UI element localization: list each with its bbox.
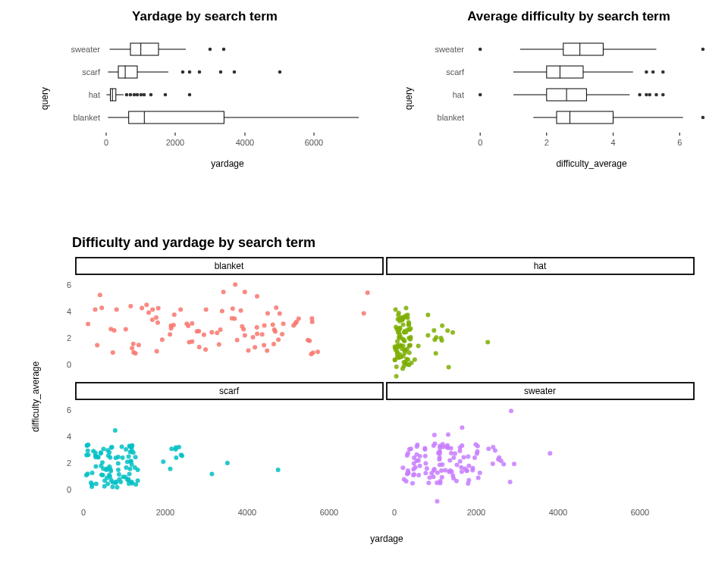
svg-point-239 [425,313,430,318]
svg-point-304 [116,468,121,472]
svg-point-61 [661,70,665,74]
svg-point-478 [412,455,416,460]
svg-point-450 [508,480,513,484]
svg-rect-9 [130,43,158,55]
svg-point-461 [402,477,406,481]
svg-point-317 [94,482,99,487]
svg-text:4000: 4000 [549,508,567,517]
svg-point-414 [478,471,482,475]
svg-point-429 [460,470,464,474]
svg-point-186 [217,342,221,346]
figure-grid: Yardage by search term query sweater sca… [0,0,728,582]
svg-point-171 [195,329,199,333]
svg-point-141 [171,323,176,327]
svg-point-347 [105,475,109,480]
svg-point-138 [241,327,246,331]
svg-point-21 [219,70,223,74]
svg-text:4000: 4000 [236,138,254,147]
svg-point-345 [86,471,90,476]
svg-point-250 [402,360,406,365]
svg-point-335 [121,455,125,460]
svg-point-125 [280,332,284,336]
svg-point-489 [428,475,432,480]
svg-point-29 [129,93,133,97]
svg-point-269 [445,328,450,333]
svg-point-152 [190,321,194,326]
svg-point-385 [174,446,178,450]
svg-point-22 [233,70,237,74]
svg-point-457 [475,449,480,454]
svg-point-121 [221,289,226,294]
svg-point-145 [95,343,99,348]
facet-label-sweater: sweater [524,386,556,396]
svg-text:2000: 2000 [467,508,485,517]
svg-point-181 [160,337,165,342]
svg-point-105 [98,293,102,297]
svg-point-391 [466,455,470,459]
svg-point-373 [130,481,134,486]
svg-point-173 [128,304,133,308]
boxplot-yardage-ylabel: query [39,87,50,110]
svg-point-387 [225,461,230,465]
svg-point-276 [406,315,410,320]
svg-point-274 [407,343,412,348]
svg-point-142 [309,316,314,321]
scatter-yticks: 0 2 4 6 0 2 4 6 [67,280,71,494]
svg-point-315 [99,451,103,455]
svg-point-273 [409,335,413,340]
svg-point-358 [84,452,89,457]
svg-point-401 [412,472,416,477]
svg-point-98 [136,343,141,347]
svg-point-35 [164,93,168,97]
scatter-xlabel: yardage [370,534,403,544]
svg-point-473 [433,441,438,446]
svg-point-172 [108,327,113,331]
svg-point-296 [127,455,131,459]
svg-point-188 [233,282,237,286]
svg-point-163 [260,332,265,336]
svg-point-284 [485,340,490,344]
ytick2-sweater: sweater [435,45,464,54]
svg-point-30 [133,93,136,97]
svg-point-439 [458,449,463,453]
svg-point-248 [416,343,421,348]
svg-rect-50 [563,43,604,55]
svg-point-183 [230,316,234,321]
svg-text:4: 4 [610,138,615,147]
svg-point-357 [136,468,140,472]
svg-point-228 [401,323,406,327]
box2-scarf [513,66,665,78]
svg-point-229 [394,308,398,312]
svg-point-178 [276,337,281,342]
svg-point-380 [90,471,95,475]
svg-point-189 [394,365,399,369]
svg-point-263 [406,363,411,368]
svg-point-282 [432,337,437,342]
svg-point-69 [648,93,651,97]
svg-point-454 [458,459,463,464]
boxplot-difficulty-xlabel: difficulty_average [556,158,626,169]
svg-point-170 [130,346,134,351]
svg-point-339 [102,446,106,451]
svg-point-484 [423,471,428,475]
svg-point-283 [403,348,408,352]
svg-point-389 [209,471,214,476]
svg-point-424 [411,467,416,471]
svg-point-494 [406,471,410,475]
svg-point-356 [121,474,125,479]
svg-point-133 [124,327,128,332]
svg-point-115 [265,349,269,353]
svg-point-280 [407,351,412,355]
svg-point-71 [661,93,665,97]
ytick-blanket: blanket [74,113,100,122]
svg-point-479 [405,453,410,458]
scatter-ylabel: difficulty_average [30,361,41,432]
scatter-xticks: 0 2000 4000 6000 0 2000 4000 6000 [81,508,649,517]
svg-point-268 [395,345,400,349]
svg-point-111 [202,333,206,337]
svg-text:0: 0 [81,508,86,517]
svg-point-486 [423,462,428,466]
boxplot-yardage-title: Yardage by search term [61,9,349,24]
svg-point-470 [416,458,421,463]
ytick2-blanket: blanket [438,113,464,122]
